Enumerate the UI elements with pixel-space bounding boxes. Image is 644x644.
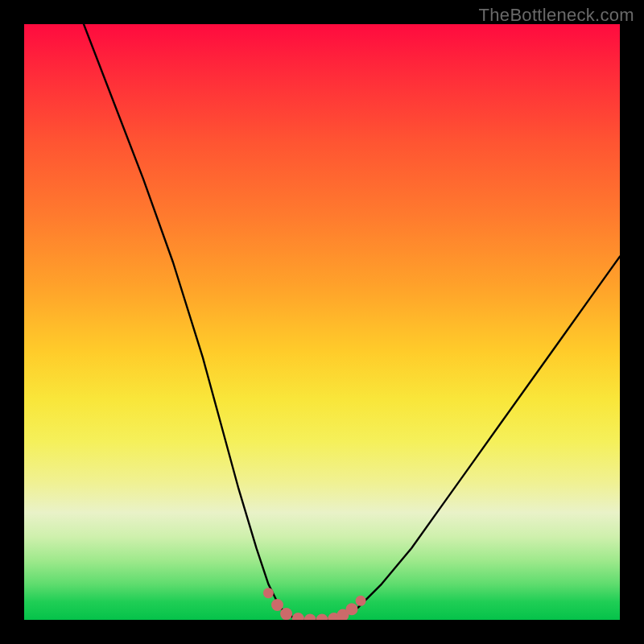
- valley-dot: [356, 596, 366, 606]
- plot-area: [24, 24, 620, 620]
- valley-dots: [263, 588, 366, 620]
- bottleneck-curve: [84, 24, 620, 620]
- chart-stage: TheBottleneck.com: [0, 0, 644, 644]
- valley-dot: [263, 588, 274, 598]
- valley-dot: [292, 613, 304, 620]
- valley-dot: [304, 614, 316, 621]
- watermark-text: TheBottleneck.com: [479, 5, 634, 26]
- valley-dot: [271, 599, 283, 611]
- valley-dot: [280, 608, 292, 620]
- valley-dot: [346, 603, 358, 615]
- valley-dot: [316, 614, 328, 621]
- curve-layer: [24, 24, 620, 620]
